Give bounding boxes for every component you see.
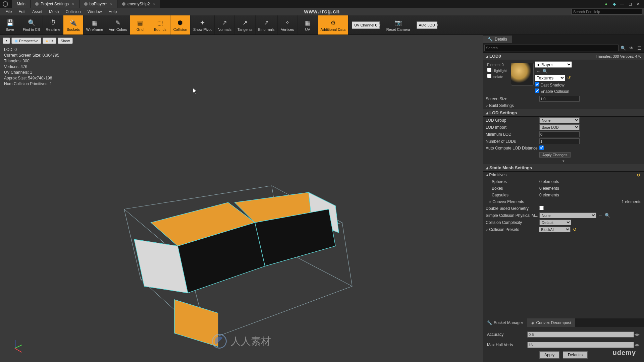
collision-complexity-select[interactable]: Default <box>539 220 571 225</box>
simple-collision-select[interactable]: None <box>539 213 596 218</box>
tool-tangents[interactable]: ↗Tangents <box>235 15 256 35</box>
textures-dropdown[interactable]: Textures <box>535 75 565 81</box>
max-hull-input[interactable] <box>527 342 634 348</box>
maximize-icon[interactable]: ◻ <box>627 1 633 7</box>
details-panel: 🔧 Details 🔍 👁 ☰ ◢LOD0Triangles: 300 Vert… <box>483 35 644 362</box>
min-lod-input[interactable] <box>539 131 580 137</box>
menubar: File Edit Asset Mesh Collision Window He… <box>0 8 644 15</box>
menu-window[interactable]: Window <box>84 8 105 15</box>
status-icon[interactable]: ◆ <box>611 1 617 7</box>
search-icon[interactable]: 🔍 <box>620 45 627 51</box>
tool-normals[interactable]: ↗Normals <box>215 15 235 35</box>
tool-vertices[interactable]: ⁘Vertices <box>278 15 298 35</box>
isolate-checkbox[interactable]: Isolate <box>487 74 507 79</box>
browse2-icon[interactable]: 🔍 <box>604 213 611 218</box>
double-sided-checkbox[interactable] <box>539 206 544 210</box>
filter-icon[interactable]: ☰ <box>636 45 643 51</box>
center-watermark: 人人素材 <box>212 334 271 349</box>
tool-find-in-cb[interactable]: 🔍Find in CB <box>20 15 43 35</box>
tool-additional-data[interactable]: ⚙Additional Data <box>318 15 349 35</box>
viewport[interactable]: ▾ ▣Perspective ●Lit Show LOD: 0 Current … <box>0 35 483 362</box>
tool-bounds[interactable]: ⬚Bounds <box>150 15 170 35</box>
tool-collision[interactable]: ⬢Collision <box>170 15 191 35</box>
convex-elements-expand[interactable]: Convex Elements <box>492 199 524 204</box>
window-tabbar: Main Project Settings× bpPlayer*× enemyS… <box>0 0 644 8</box>
element-label: Element 0 <box>487 63 507 67</box>
cat-static-mesh[interactable]: ◢Static Mesh Settings <box>483 164 644 172</box>
help-search-input[interactable] <box>572 9 642 15</box>
vp-lit-button[interactable]: ●Lit <box>43 38 56 44</box>
tab-enemyship2[interactable]: enemyShip2× <box>117 0 160 8</box>
tab-project-settings[interactable]: Project Settings× <box>31 0 79 8</box>
toolbar: 💾Save 🔍Find in CB ⏱Realtime 🔌Sockets ▦Wi… <box>0 15 644 35</box>
cursor-icon <box>193 88 198 95</box>
menu-asset[interactable]: Asset <box>29 8 46 15</box>
browse-icon[interactable]: 🔍 <box>541 69 549 74</box>
expand-caret-icon[interactable]: ▾ <box>483 158 644 164</box>
notification-icon[interactable]: ● <box>603 1 609 7</box>
tool-binormals[interactable]: ↗Binormals <box>256 15 278 35</box>
material-thumbnail[interactable] <box>511 63 534 85</box>
convex-panel: Accuracy◂▸ Max Hull Verts◂▸ Apply Defaul… <box>483 327 644 362</box>
mesh-render <box>0 35 483 362</box>
viewport-stats: LOD: 0 Current Screen Size: 0.304795 Tri… <box>4 47 59 87</box>
apply-button[interactable]: Apply <box>539 351 559 359</box>
menu-edit[interactable]: Edit <box>15 8 29 15</box>
ue-logo-icon <box>3 1 8 7</box>
menu-help[interactable]: Help <box>105 8 120 15</box>
lod-group-select[interactable]: None <box>539 117 580 123</box>
primitives-expand[interactable]: Primitives <box>489 173 506 177</box>
tab-convex-decomposition[interactable]: ◈ Convex Decomposi <box>527 318 575 327</box>
vp-show-button[interactable]: Show <box>58 38 73 44</box>
auto-lod-dropdown[interactable]: Auto LOD▾ <box>413 15 441 35</box>
tab-main[interactable]: Main <box>12 0 31 8</box>
menu-file[interactable]: File <box>2 8 15 15</box>
url-watermark: www.rrcg.cn <box>304 9 340 15</box>
tool-sockets[interactable]: 🔌Sockets <box>63 15 84 35</box>
details-tab[interactable]: 🔧 Details <box>483 36 512 43</box>
lod-import-select[interactable]: Base LOD <box>539 124 580 130</box>
collision-presets-select[interactable]: BlockAll <box>539 227 571 232</box>
tool-save[interactable]: 💾Save <box>0 15 20 35</box>
build-settings-expand[interactable]: Build Settings <box>489 103 514 108</box>
highlight-checkbox[interactable]: Highlight <box>487 68 507 73</box>
udemy-watermark: udemy <box>613 349 636 357</box>
tool-uv[interactable]: ▦UV <box>298 15 318 35</box>
cat-lod0[interactable]: ◢LOD0Triangles: 300 Vertices: 476 <box>483 52 644 60</box>
menu-mesh[interactable]: Mesh <box>46 8 62 15</box>
minimize-icon[interactable]: — <box>619 1 625 7</box>
tab-bpplayer[interactable]: bpPlayer*× <box>79 0 117 8</box>
reset-icon[interactable]: ↺ <box>566 75 572 80</box>
tool-wireframe[interactable]: ▦Wireframe <box>84 15 106 35</box>
reset-primitives-icon[interactable]: ↺ <box>636 173 641 178</box>
view-options-icon[interactable]: 👁 <box>628 45 635 51</box>
material-select[interactable]: mPlayer <box>535 61 572 68</box>
tool-vert-colors[interactable]: ✎Vert Colors <box>106 15 130 35</box>
tab-socket-manager[interactable]: 🔧 Socket Manager <box>483 318 527 327</box>
screen-size-input[interactable] <box>539 96 580 102</box>
back-arrow-icon[interactable]: ← <box>535 69 541 74</box>
auto-compute-checkbox[interactable] <box>539 145 544 150</box>
axis-gizmo-icon <box>9 338 24 353</box>
tool-realtime[interactable]: ⏱Realtime <box>43 15 63 35</box>
tool-show-pivot[interactable]: ✦Show Pivot <box>191 15 215 35</box>
num-lods-input[interactable] <box>539 138 580 144</box>
menu-collision[interactable]: Collision <box>62 8 84 15</box>
cast-shadow-checkbox[interactable]: Cast Shadow <box>535 82 572 87</box>
close-icon[interactable]: ✕ <box>635 1 641 7</box>
defaults-button[interactable]: Defaults <box>563 351 588 359</box>
tool-grid[interactable]: ▤Grid <box>130 15 150 35</box>
back-icon[interactable]: ← <box>597 213 604 218</box>
details-search-input[interactable] <box>484 45 619 51</box>
enable-collision-checkbox[interactable]: Enable Collision <box>535 88 572 94</box>
svg-marker-6 <box>174 300 218 347</box>
accuracy-input[interactable] <box>527 331 634 338</box>
reset-presets-icon[interactable]: ↺ <box>572 227 578 232</box>
uv-channel-dropdown[interactable]: UV Channel 0▾ <box>348 15 384 35</box>
tool-reset-camera[interactable]: 📷Reset Camera <box>384 15 413 35</box>
vp-menu-button[interactable]: ▾ <box>3 38 10 44</box>
apply-changes-button[interactable]: Apply Changes <box>539 152 571 158</box>
vp-perspective-button[interactable]: ▣Perspective <box>11 38 41 44</box>
cat-lod-settings[interactable]: ◢LOD Settings <box>483 109 644 117</box>
